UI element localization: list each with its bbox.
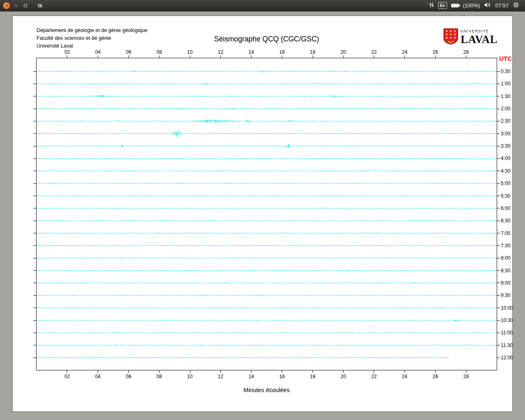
clock[interactable]: 07:57 (495, 2, 509, 9)
trace-tick-right (497, 96, 500, 96)
x-tick-top (435, 55, 436, 58)
trace-tick-right (497, 133, 500, 134)
x-tick-bottom (374, 370, 374, 373)
trace-tick-right (497, 171, 500, 171)
x-tick-bottom (466, 370, 466, 373)
window-title: tk (38, 2, 43, 9)
x-tick-label-bottom: 14 (245, 374, 258, 379)
x-tick-bottom (159, 370, 160, 373)
trace-time-label: 9:00 (501, 280, 519, 286)
system-tray: En (100%) 07:57 (429, 2, 525, 9)
trace-tick-right (497, 196, 500, 196)
x-tick-top (404, 55, 405, 58)
trace-time-label: 10:00 (501, 305, 519, 311)
trace-time-label: 2:00 (501, 106, 519, 112)
x-tick-label-top: 24 (399, 49, 411, 55)
window-titlebar: × – tk En (100%) 07:57 (0, 0, 525, 11)
trace-time-label: 4:30 (501, 168, 519, 174)
trace-time-label: 7:00 (501, 231, 519, 236)
x-tick-top (374, 55, 374, 58)
trace-tick-right (497, 158, 500, 159)
trace-time-label: 6:00 (501, 205, 519, 211)
x-tick-label-top: 20 (337, 49, 349, 55)
trace-tick-right (497, 333, 500, 333)
desktop: × – tk En (100%) 07:57 (0, 0, 525, 420)
trace-tick-right (497, 258, 500, 258)
x-tick-label-top: 06 (122, 49, 135, 55)
x-tick-label-bottom: 04 (92, 374, 104, 379)
trace-tick-left (33, 208, 36, 208)
x-tick-label-bottom: 24 (399, 374, 411, 379)
x-tick-label-bottom: 10 (184, 374, 196, 379)
trace-tick-right (497, 283, 500, 283)
session-gear-icon[interactable] (513, 2, 519, 9)
trace-tick-left (33, 96, 36, 96)
window-maximize-button[interactable] (22, 2, 29, 9)
trace-time-label: 3:00 (501, 131, 519, 137)
battery-percentage[interactable]: (100%) (463, 2, 480, 9)
x-tick-top (159, 55, 160, 58)
trace-time-label: 0:30 (501, 68, 519, 74)
trace-tick-left (33, 158, 36, 159)
seismograph-page: Département de géologie et de génie géol… (12, 16, 513, 412)
x-tick-top (282, 55, 282, 58)
logo-universite-label: UNIVERSITÉ (461, 30, 498, 33)
trace-tick-right (497, 233, 500, 233)
x-tick-top (313, 55, 313, 58)
trace-tick-left (33, 358, 36, 358)
x-tick-bottom (435, 370, 436, 373)
window-controls: × – (0, 2, 31, 9)
trace-time-label: 2:30 (501, 118, 519, 124)
x-tick-label-top: 16 (276, 49, 288, 55)
trace-time-label: 9:30 (501, 292, 519, 298)
volume-icon[interactable] (484, 2, 491, 9)
window-minimize-button[interactable]: – (12, 2, 20, 9)
trace-tick-left (33, 171, 36, 171)
laval-logo: UNIVERSITÉ LAVAL (443, 28, 498, 46)
x-tick-label-top: 14 (245, 49, 258, 55)
x-tick-label-bottom: 02 (61, 374, 73, 379)
org-line-1: Département de géologie et de génie géol… (37, 27, 147, 34)
x-tick-label-top: 28 (460, 49, 472, 55)
trace-tick-left (33, 233, 36, 233)
x-tick-label-top: 22 (368, 49, 380, 55)
x-tick-top (128, 55, 129, 58)
battery-icon[interactable] (451, 4, 459, 7)
x-tick-label-top: 18 (306, 49, 319, 55)
trace-tick-left (33, 71, 36, 72)
trace-time-label: 12:00 (501, 355, 519, 361)
trace-tick-right (497, 320, 500, 321)
trace-tick-left (33, 345, 36, 345)
logo-laval-label: LAVAL (461, 34, 498, 45)
trace-time-label: 10:30 (501, 317, 519, 323)
keyboard-layout-indicator[interactable]: En (438, 2, 447, 9)
x-tick-bottom (282, 370, 282, 373)
trace-tick-right (497, 245, 500, 246)
trace-time-label: 5:00 (501, 180, 519, 186)
x-tick-top (190, 55, 190, 58)
trace-tick-left (33, 84, 36, 84)
trace-tick-left (33, 183, 36, 184)
trace-tick-left (33, 333, 36, 333)
trace-tick-right (497, 121, 500, 121)
trace-tick-left (33, 221, 36, 221)
laval-shield-icon (443, 28, 458, 46)
x-tick-bottom (220, 370, 221, 373)
x-tick-label-bottom: 22 (368, 374, 380, 379)
trace-time-label: 8:00 (501, 255, 519, 261)
trace-tick-right (497, 109, 500, 109)
window-close-button[interactable]: × (3, 2, 10, 9)
x-tick-label-bottom: 12 (215, 374, 227, 379)
x-tick-bottom (313, 370, 313, 373)
x-tick-label-bottom: 06 (122, 374, 135, 379)
trace-tick-right (497, 221, 500, 221)
x-tick-top (343, 55, 344, 58)
x-tick-label-top: 26 (429, 49, 441, 55)
trace-tick-left (33, 295, 36, 296)
trace-tick-right (497, 84, 500, 84)
utc-axis-label: UTC (499, 55, 512, 62)
seismogram-canvas (37, 58, 497, 370)
text-input-arrows-icon[interactable] (429, 2, 434, 9)
x-tick-top (67, 55, 67, 58)
x-tick-label-top: 04 (92, 49, 104, 55)
